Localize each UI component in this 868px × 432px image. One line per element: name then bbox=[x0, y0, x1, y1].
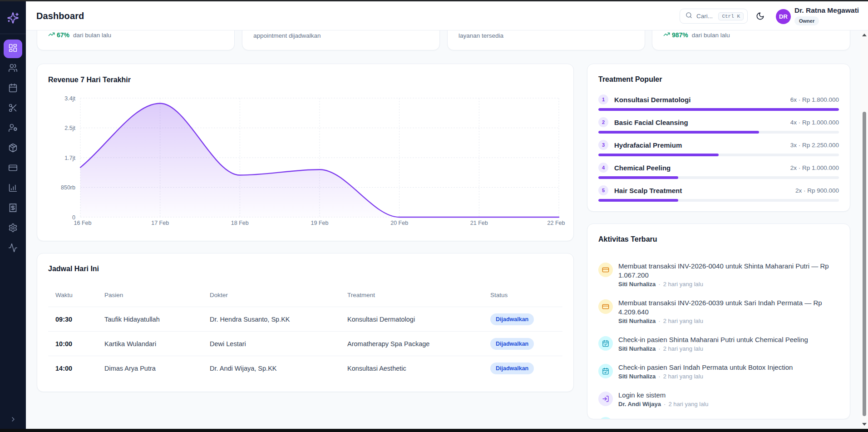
stat-caption: appointment dijadwalkan bbox=[253, 32, 321, 39]
recent-activity-card: Aktivitas Terbaru Membuat transaksi INV-… bbox=[587, 223, 850, 419]
treatment-bar-fill bbox=[598, 131, 759, 134]
stat-caption: layanan tersedia bbox=[459, 32, 503, 39]
app-logo-sparkles-icon bbox=[0, 5, 26, 30]
scissors-icon bbox=[8, 103, 18, 114]
treatment-bar-track bbox=[598, 131, 839, 134]
scrollbar-down-arrow[interactable] bbox=[861, 421, 868, 428]
search-icon bbox=[686, 12, 692, 20]
sidebar-item-dashboard[interactable] bbox=[4, 40, 22, 58]
sidebar-item-patients[interactable] bbox=[4, 60, 22, 78]
window-bottom-edge bbox=[0, 429, 868, 432]
schedule-row: 09:30 Taufik Hidayatullah Dr. Hendra Sus… bbox=[48, 307, 562, 332]
activity-text: Membuat transaksi INV-2026-0039 untuk Sa… bbox=[618, 298, 839, 317]
schedule-column-header: Pasien bbox=[104, 292, 123, 298]
treatment-count-price: 6x · Rp 1.800.000 bbox=[790, 96, 839, 103]
layout-dashboard-icon bbox=[8, 43, 18, 55]
stat-card: layanan tersedia bbox=[447, 30, 645, 50]
schedule-treatment: Konsultasi Dermatologi bbox=[347, 316, 415, 323]
scrollbar-thumb[interactable] bbox=[863, 112, 866, 416]
sidebar-item-staff[interactable] bbox=[4, 119, 22, 138]
activity-icon bbox=[8, 243, 18, 254]
activity-type-icon bbox=[598, 263, 613, 277]
activity-user: Siti Nurhaliza bbox=[618, 318, 656, 324]
sidebar-item-settings[interactable] bbox=[4, 219, 22, 238]
theme-toggle-button[interactable] bbox=[755, 12, 765, 22]
treatment-rank-badge: 4 bbox=[598, 163, 608, 173]
sidebar-item-calendar[interactable] bbox=[4, 79, 22, 98]
calendar-icon bbox=[8, 83, 18, 94]
schedule-row: 14:00 Dimas Arya Putra Dr. Andi Wijaya, … bbox=[48, 356, 562, 381]
treatment-rank-badge: 3 bbox=[598, 140, 608, 150]
activity-item: Membuat transaksi INV-2026-0039 untuk Sa… bbox=[598, 298, 839, 325]
sidebar-item-products[interactable] bbox=[4, 139, 22, 158]
user-cog-icon bbox=[8, 123, 18, 134]
treatment-item: 4 Chemical Peeling 2x · Rp 1.000.000 bbox=[598, 163, 839, 179]
down-triangle-icon bbox=[862, 423, 867, 426]
search-shortcut-kbd: Ctrl K bbox=[718, 12, 744, 20]
svg-text:3.4jt: 3.4jt bbox=[64, 95, 75, 102]
activity-user: Dr. Andi Wijaya bbox=[618, 401, 661, 407]
schedule-patient: Kartika Wulandari bbox=[104, 340, 156, 348]
activity-time: 2 hari yang lalu bbox=[663, 281, 703, 288]
status-badge: Dijadwalkan bbox=[490, 362, 534, 374]
search-input[interactable]: Cari... Ctrl K bbox=[680, 9, 748, 24]
treatment-item: 1 Konsultasi Dermatologi 6x · Rp 1.800.0… bbox=[598, 94, 839, 111]
treatment-bar-fill bbox=[598, 176, 678, 179]
activity-item: · bbox=[598, 416, 839, 419]
status-badge: Dijadwalkan bbox=[490, 338, 534, 350]
activity-user: Siti Nurhaliza bbox=[618, 345, 656, 352]
sidebar-item-payments[interactable] bbox=[4, 159, 22, 178]
treatment-name: Hair Scalp Treatment bbox=[614, 187, 795, 194]
user-menu[interactable]: Dr. Ratna Megawati Owner bbox=[794, 6, 859, 25]
svg-text:19 Feb: 19 Feb bbox=[311, 220, 329, 226]
moon-icon bbox=[756, 15, 764, 22]
search-placeholder: Cari... bbox=[696, 13, 718, 20]
schedule-time: 10:00 bbox=[55, 340, 72, 348]
today-schedule-title: Jadwal Hari Ini bbox=[48, 264, 562, 273]
package-icon bbox=[8, 143, 18, 154]
treatment-item: 2 Basic Facial Cleansing 4x · Rp 1.000.0… bbox=[598, 117, 839, 134]
activity-item: Check-in pasien Sari Indah Permata untuk… bbox=[598, 363, 839, 381]
activity-text: Check-in pasien Sari Indah Permata untuk… bbox=[618, 363, 793, 372]
treatment-bar-fill bbox=[598, 199, 678, 202]
schedule-column-header: Status bbox=[490, 292, 508, 298]
schedule-doctor: Dr. Andi Wijaya, Sp.KK bbox=[210, 365, 276, 372]
settings-icon bbox=[8, 223, 18, 234]
treatment-list: 1 Konsultasi Dermatologi 6x · Rp 1.800.0… bbox=[598, 94, 839, 202]
schedule-time: 14:00 bbox=[55, 365, 72, 372]
avatar[interactable]: DR bbox=[776, 9, 791, 24]
recent-activity-title: Aktivitas Terbaru bbox=[598, 235, 839, 244]
stat-caption: dari bulan lalu bbox=[692, 32, 730, 39]
activity-text: Membuat transaksi INV-2026-0040 untuk Sh… bbox=[618, 262, 839, 280]
sidebar-item-reports[interactable] bbox=[4, 179, 22, 198]
activity-time: 2 hari yang lalu bbox=[663, 345, 703, 352]
sidebar-item-treatments[interactable] bbox=[4, 99, 22, 118]
treatment-name: Basic Facial Cleansing bbox=[614, 119, 790, 126]
svg-text:16 Feb: 16 Feb bbox=[74, 220, 92, 226]
treatment-name: Chemical Peeling bbox=[614, 164, 790, 172]
activity-time: 2 hari yang lalu bbox=[668, 401, 708, 407]
activity-text: Login ke sistem bbox=[618, 391, 709, 400]
treatment-count-price: 3x · Rp 2.250.000 bbox=[790, 142, 839, 149]
scrollbar-up-arrow[interactable] bbox=[861, 31, 868, 39]
activity-item: Membuat transaksi INV-2026-0040 untuk Sh… bbox=[598, 262, 839, 288]
treatment-count-price: 2x · Rp 1.000.000 bbox=[790, 164, 839, 171]
activity-list: Membuat transaksi INV-2026-0040 untuk Sh… bbox=[598, 262, 839, 419]
stat-card: 67% dari bulan lalu bbox=[37, 30, 235, 50]
sidebar-item-activity[interactable] bbox=[4, 239, 22, 258]
treatment-name: Hydrafacial Premium bbox=[614, 141, 790, 149]
schedule-row: 10:00 Kartika Wulandari Dewi Lestari Aro… bbox=[48, 332, 562, 356]
sidebar-item-invoices[interactable] bbox=[4, 199, 22, 218]
schedule-table-body: 09:30 Taufik Hidayatullah Dr. Hendra Sus… bbox=[48, 307, 562, 381]
activity-item: Check-in pasien Shinta Maharani Putri un… bbox=[598, 335, 839, 353]
svg-text:1.7jt: 1.7jt bbox=[64, 155, 75, 161]
chart-column-icon bbox=[8, 183, 18, 194]
vertical-scrollbar[interactable] bbox=[861, 30, 868, 429]
stat-card: 987% dari bulan lalu bbox=[652, 30, 850, 50]
activity-time: 2 hari yang lalu bbox=[663, 318, 703, 324]
sidebar-collapse-button[interactable] bbox=[0, 414, 26, 427]
treatment-item: 5 Hair Scalp Treatment 2x · Rp 900.000 bbox=[598, 185, 839, 202]
status-badge: Dijadwalkan bbox=[490, 313, 534, 325]
app-root: Dashboard Cari... Ctrl K DR Dr. Ratna Me… bbox=[0, 0, 868, 432]
window-top-edge bbox=[0, 0, 868, 1]
